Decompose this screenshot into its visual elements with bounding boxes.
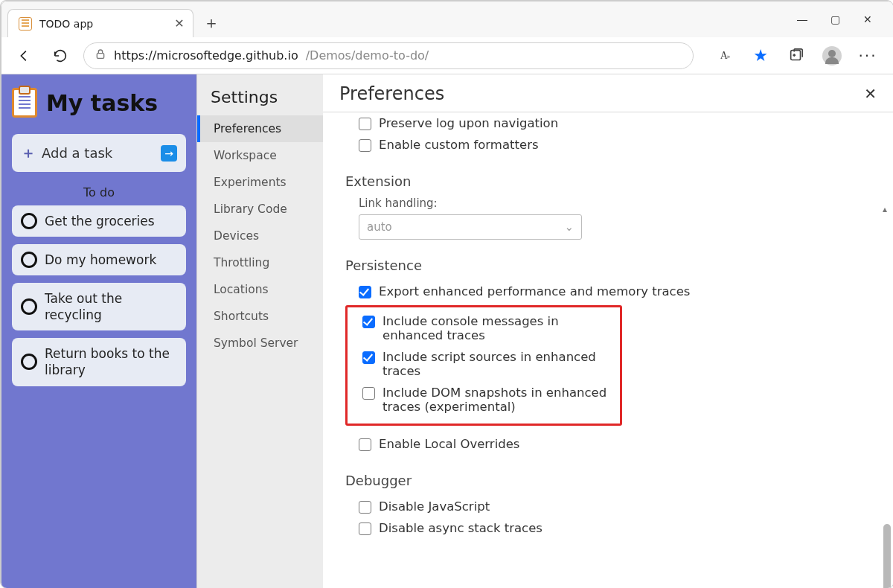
task-item[interactable]: Return books to the library bbox=[12, 338, 186, 386]
chevron-down-icon: ⌄ bbox=[564, 220, 574, 234]
checkbox-disable-async[interactable]: Disable async stack traces bbox=[353, 517, 880, 539]
settings-item-throttling[interactable]: Throttling bbox=[197, 249, 323, 276]
lock-icon bbox=[95, 48, 106, 63]
close-settings-button[interactable]: ✕ bbox=[864, 85, 877, 103]
checkbox-icon bbox=[362, 387, 375, 400]
radio-icon bbox=[21, 213, 37, 229]
settings-heading: Settings bbox=[197, 85, 323, 115]
settings-item-experiments[interactable]: Experiments bbox=[197, 169, 323, 196]
url-path: /Demos/demo-to-do/ bbox=[306, 48, 429, 63]
settings-item-locations[interactable]: Locations bbox=[197, 276, 323, 303]
browser-titlebar: TODO app ✕ ＋ — ▢ ✕ bbox=[1, 1, 893, 37]
task-label: Return books to the library bbox=[45, 345, 177, 378]
profile-button[interactable] bbox=[822, 45, 842, 66]
add-task-input[interactable]: ＋ Add a task → bbox=[12, 134, 186, 172]
plus-icon: ＋ bbox=[21, 143, 36, 163]
app-menu-button[interactable]: ··· bbox=[857, 45, 878, 66]
add-task-placeholder: Add a task bbox=[42, 145, 112, 161]
url-input[interactable]: https://microsoftedge.github.io/Demos/de… bbox=[83, 42, 694, 69]
task-item[interactable]: Do my homework bbox=[12, 244, 186, 275]
checkbox-label: Disable JavaScript bbox=[379, 499, 490, 514]
checkbox-custom-formatters[interactable]: Enable custom formatters bbox=[353, 134, 880, 156]
task-label: Do my homework bbox=[45, 252, 156, 268]
settings-item-workspace[interactable]: Workspace bbox=[197, 142, 323, 169]
task-label: Take out the recycling bbox=[45, 290, 177, 323]
avatar-icon bbox=[822, 46, 842, 65]
checkbox-icon bbox=[359, 438, 371, 451]
checkbox-export-traces[interactable]: Export enhanced performance and memory t… bbox=[353, 281, 880, 302]
read-aloud-button[interactable]: A» bbox=[714, 45, 735, 66]
checkbox-icon bbox=[359, 501, 371, 514]
settings-item-preferences[interactable]: Preferences bbox=[197, 115, 323, 142]
clipboard-icon bbox=[12, 88, 37, 118]
debugger-heading: Debugger bbox=[345, 473, 880, 488]
favorite-button[interactable]: ★ bbox=[750, 45, 771, 66]
devtools-settings-sidebar: Settings PreferencesWorkspaceExperiments… bbox=[196, 74, 323, 588]
checkbox-icon bbox=[362, 351, 375, 364]
link-handling-label: Link handling: bbox=[359, 196, 880, 210]
scrollbar-thumb[interactable] bbox=[883, 524, 891, 588]
checkbox-label: Include DOM snapshots in enhanced traces… bbox=[383, 386, 613, 414]
radio-icon bbox=[21, 298, 37, 315]
task-label: Get the groceries bbox=[45, 213, 155, 229]
select-value: auto bbox=[367, 220, 392, 234]
annotation-highlight: Include console messages in enhanced tra… bbox=[345, 305, 622, 426]
settings-item-devices[interactable]: Devices bbox=[197, 223, 323, 249]
preferences-title: Preferences bbox=[339, 83, 444, 104]
browser-address-bar: https://microsoftedge.github.io/Demos/de… bbox=[1, 37, 893, 74]
checkbox-include-scripts[interactable]: Include script sources in enhanced trace… bbox=[356, 346, 615, 382]
url-host: https://microsoftedge.github.io bbox=[114, 48, 298, 63]
scrollbar[interactable] bbox=[883, 204, 892, 588]
maximize-button[interactable]: ▢ bbox=[829, 13, 841, 25]
app-title: My tasks bbox=[46, 90, 158, 116]
radio-icon bbox=[21, 354, 37, 370]
tab-close-icon[interactable]: ✕ bbox=[173, 16, 185, 31]
checkbox-label: Include console messages in enhanced tra… bbox=[383, 314, 615, 342]
checkbox-include-dom[interactable]: Include DOM snapshots in enhanced traces… bbox=[356, 382, 615, 418]
todo-app: My tasks ＋ Add a task → To do Get the gr… bbox=[1, 74, 196, 588]
checkbox-preserve-log[interactable]: Preserve log upon navigation bbox=[353, 112, 880, 134]
todo-section-heading: To do bbox=[12, 185, 186, 199]
checkbox-icon bbox=[359, 139, 371, 152]
browser-tab[interactable]: TODO app ✕ bbox=[7, 9, 193, 37]
extension-heading: Extension bbox=[345, 173, 880, 189]
checkbox-label: Preserve log upon navigation bbox=[379, 116, 558, 130]
back-button[interactable] bbox=[12, 43, 37, 68]
checkbox-label: Export enhanced performance and memory t… bbox=[379, 284, 690, 298]
submit-task-button[interactable]: → bbox=[161, 145, 177, 162]
settings-item-shortcuts[interactable]: Shortcuts bbox=[197, 303, 323, 330]
collections-button[interactable] bbox=[786, 45, 807, 66]
tab-title: TODO app bbox=[39, 18, 166, 30]
checkbox-icon bbox=[359, 118, 371, 130]
radio-icon bbox=[21, 252, 37, 268]
checkbox-label: Include script sources in enhanced trace… bbox=[383, 350, 615, 378]
task-item[interactable]: Take out the recycling bbox=[12, 283, 186, 330]
checkbox-local-overrides[interactable]: Enable Local Overrides bbox=[353, 433, 880, 455]
minimize-button[interactable]: — bbox=[796, 13, 808, 25]
persistence-heading: Persistence bbox=[345, 258, 880, 273]
checkbox-label: Enable custom formatters bbox=[379, 138, 539, 152]
svg-rect-0 bbox=[97, 53, 103, 58]
checkbox-label: Disable async stack traces bbox=[379, 521, 542, 535]
task-item[interactable]: Get the groceries bbox=[12, 205, 186, 237]
new-tab-button[interactable]: ＋ bbox=[199, 11, 223, 35]
close-window-button[interactable]: ✕ bbox=[862, 13, 874, 25]
link-handling-select[interactable]: auto ⌄ bbox=[359, 214, 582, 240]
settings-item-library-code[interactable]: Library Code bbox=[197, 196, 323, 223]
tab-favicon-icon bbox=[19, 17, 32, 31]
checkbox-icon bbox=[359, 523, 371, 535]
settings-item-symbol-server[interactable]: Symbol Server bbox=[197, 330, 323, 357]
checkbox-label: Enable Local Overrides bbox=[379, 437, 519, 451]
checkbox-disable-js[interactable]: Disable JavaScript bbox=[353, 496, 880, 517]
window-controls: — ▢ ✕ bbox=[796, 13, 887, 25]
checkbox-icon bbox=[362, 316, 375, 328]
checkbox-include-console[interactable]: Include console messages in enhanced tra… bbox=[356, 310, 615, 346]
refresh-button[interactable] bbox=[48, 43, 73, 68]
checkbox-icon bbox=[359, 286, 371, 298]
preferences-pane: Preferences ✕ Preserve log upon navigati… bbox=[323, 74, 893, 588]
